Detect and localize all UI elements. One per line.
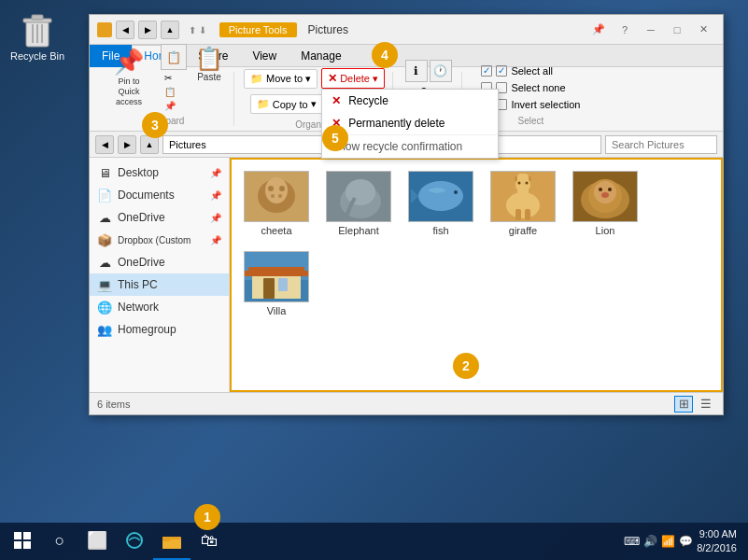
addr-back-btn[interactable]: ◀	[95, 135, 114, 154]
svg-point-19	[418, 181, 463, 211]
recycle-label: Recycle	[348, 94, 388, 107]
up-button[interactable]: ▲	[161, 21, 179, 39]
file-item-fish[interactable]: fish	[403, 167, 478, 240]
svg-rect-41	[252, 273, 301, 299]
cut-button[interactable]: ✂	[161, 72, 187, 84]
delete-label: Delete	[340, 73, 370, 84]
file-item-villa[interactable]: Villa	[239, 247, 314, 320]
sidebar-item-onedrive[interactable]: ☁ OneDrive	[90, 251, 229, 273]
clock-time: 9:00 AM	[697, 527, 737, 541]
svg-point-9	[268, 186, 274, 191]
show-confirm-menu-item[interactable]: Show recycle confirmation	[322, 134, 498, 158]
select-all-label: Select all	[511, 65, 553, 77]
organize-row1: 📁 Move to ▾ ✕ Delete ▾	[244, 68, 385, 89]
tab-view[interactable]: View	[240, 45, 289, 67]
recycle-menu-item[interactable]: ✕ Recycle	[322, 90, 498, 112]
title-bar: ◀ ▶ ▲ ⬆ ⬇ Picture Tools Pictures 📌 ? ─ □…	[90, 15, 723, 45]
copy-to-icon: 📁	[257, 98, 270, 110]
network-tray-icon[interactable]: 📶	[661, 535, 675, 548]
scissors-icon: ✂	[164, 73, 172, 83]
file-item-cheetah[interactable]: cheeta	[239, 167, 314, 240]
pin-quick-access-button[interactable]: 📌 Pin to Quick access	[101, 44, 157, 111]
search-input[interactable]	[605, 135, 717, 154]
svg-point-37	[608, 188, 612, 191]
select-none-label: Select none	[511, 82, 565, 93]
search-button[interactable]: ○	[41, 523, 78, 560]
paste-shortcut-icon: 📌	[164, 101, 176, 111]
paste-button[interactable]: 📋 Paste	[191, 44, 228, 84]
details-view-button[interactable]: ☰	[697, 396, 715, 413]
file-label-giraffe: giraffe	[509, 225, 537, 236]
show-confirm-label: Show recycle confirmation	[332, 140, 462, 153]
properties-button[interactable]: ℹ	[405, 60, 428, 82]
delete-button[interactable]: ✕ Delete ▾	[321, 68, 385, 89]
sidebar-item-this-pc[interactable]: 💻 This PC	[90, 273, 229, 296]
sidebar-item-dropbox[interactable]: 📦 Dropbox (Custom 📌	[90, 229, 229, 251]
start-button[interactable]	[4, 523, 41, 560]
task-view-button[interactable]: ⬜	[78, 523, 116, 560]
picture-tools-badge: Picture Tools	[219, 22, 297, 37]
permanently-delete-label: Permanently delete	[348, 117, 445, 130]
pin-button[interactable]: 📌	[586, 21, 611, 39]
clipboard-label: Clipboard	[145, 116, 185, 126]
paste-shortcut-button[interactable]: 📌	[161, 100, 187, 112]
tray-icon-2[interactable]: 🔊	[643, 535, 657, 548]
pin-desktop-icon: 📌	[210, 168, 221, 178]
svg-point-36	[599, 188, 602, 191]
sidebar-item-homegroup[interactable]: 👥 Homegroup	[90, 318, 229, 341]
move-to-button[interactable]: 📁 Move to ▾	[244, 69, 318, 89]
file-label-elephant: Elephant	[338, 225, 378, 236]
sidebar-dropbox-label: Dropbox (Custom	[118, 235, 191, 245]
documents-icon: 📄	[97, 188, 112, 203]
large-icon-view-button[interactable]: ⊞	[674, 396, 693, 413]
help-button[interactable]: ?	[613, 21, 637, 39]
file-label-cheetah: cheeta	[261, 225, 291, 236]
sidebar-item-documents[interactable]: 📄 Documents 📌	[90, 184, 229, 206]
copy-button[interactable]: 📋	[161, 44, 187, 70]
svg-rect-26	[525, 209, 530, 220]
select-all-button[interactable]: ✓ ✓ Select all	[477, 63, 584, 78]
desktop: Recycle Bin ◀ ▶ ▲ ⬆ ⬇ Picture Tools Pict…	[0, 0, 748, 560]
svg-rect-44	[263, 278, 275, 299]
svg-point-38	[601, 192, 609, 198]
recycle-bin-icon[interactable]: Recycle Bin	[9, 9, 65, 62]
svg-rect-47	[23, 532, 31, 539]
notification-icon[interactable]: 💬	[679, 535, 693, 548]
forward-button[interactable]: ▶	[138, 21, 157, 39]
clipboard-group: 📌 Pin to Quick access 📋 ✂	[95, 72, 234, 126]
copy-to-button[interactable]: 📁 Copy to ▾	[250, 94, 323, 114]
tab-manage[interactable]: Manage	[289, 45, 353, 67]
file-item-lion[interactable]: Lion	[568, 167, 642, 240]
edge-browser-button[interactable]	[116, 523, 153, 560]
paste-label: Paste	[197, 72, 221, 82]
pin-documents-icon: 📌	[210, 190, 221, 201]
sidebar-item-desktop[interactable]: 🖥 Desktop 📌	[90, 161, 229, 184]
store-button[interactable]: 🛍	[191, 523, 228, 560]
dropbox-icon: 📦	[97, 232, 112, 247]
copy-path-button[interactable]: 📋	[161, 86, 187, 98]
content-area: cheeta	[230, 158, 723, 392]
file-thumb-villa	[244, 251, 309, 302]
sidebar-item-onedrive-quick[interactable]: ☁ OneDrive 📌	[90, 206, 229, 229]
sidebar-item-network[interactable]: 🌐 Network	[90, 296, 229, 318]
select-group-label: Select	[518, 116, 544, 126]
maximize-button[interactable]: □	[665, 21, 689, 39]
item-count: 6 items	[97, 399, 130, 410]
sidebar-this-pc-label: This PC	[118, 278, 158, 291]
permanently-delete-menu-item[interactable]: ✕ Permanently delete	[322, 112, 498, 134]
taskbar-clock[interactable]: 9:00 AM 8/2/2016	[697, 527, 737, 556]
back-button[interactable]: ◀	[116, 21, 134, 39]
prop-icon-row: ℹ 🕐	[405, 60, 452, 82]
tray-icon-1[interactable]: ⌨	[624, 535, 640, 548]
addr-forward-btn[interactable]: ▶	[118, 135, 136, 154]
file-item-giraffe[interactable]: giraffe	[486, 167, 560, 240]
svg-rect-31	[529, 176, 531, 181]
addr-up-btn[interactable]: ▲	[140, 135, 159, 154]
close-button[interactable]: ✕	[691, 21, 715, 39]
svg-point-11	[271, 194, 275, 198]
history-button[interactable]: 🕐	[430, 60, 452, 82]
file-item-elephant[interactable]: Elephant	[321, 167, 396, 240]
file-thumb-giraffe	[490, 171, 556, 222]
file-explorer-button[interactable]	[153, 523, 191, 560]
minimize-button[interactable]: ─	[639, 21, 663, 39]
